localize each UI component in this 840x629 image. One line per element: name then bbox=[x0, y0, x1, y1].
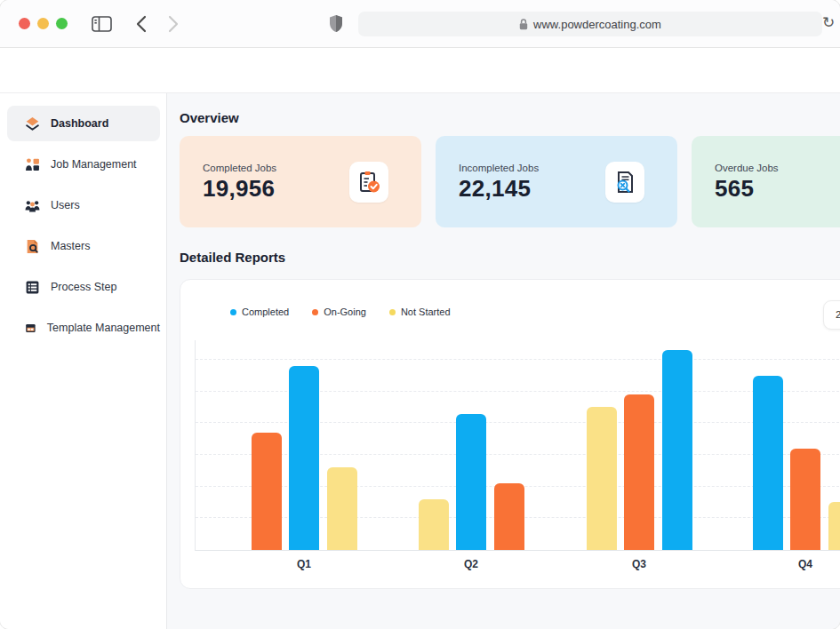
sidebar-item-label: Process Step bbox=[51, 281, 116, 293]
bar-on-going-q1 bbox=[252, 433, 282, 550]
template-window-icon bbox=[25, 321, 36, 336]
list-table-icon bbox=[25, 280, 40, 295]
browser-chrome: www.powdercoating.com ↻ bbox=[0, 0, 840, 48]
x-axis-label-q4: Q4 bbox=[779, 558, 832, 570]
bar-on-going-q4 bbox=[790, 449, 820, 550]
bar-completed-q4 bbox=[753, 376, 783, 550]
card-label: Incompleted Jobs bbox=[459, 163, 539, 173]
x-axis-label-q3: Q3 bbox=[612, 558, 666, 570]
detailed-reports-chart-card: CompletedOn-GoingNot Started 2 Q1Q2Q3Q4 bbox=[180, 279, 840, 589]
reload-icon[interactable]: ↻ bbox=[822, 13, 835, 32]
browser-window: www.powdercoating.com ↻ P Powder Coat Qu… bbox=[0, 0, 840, 629]
document-search-icon bbox=[25, 239, 40, 254]
card-overdue-jobs: Overdue Jobs 565 bbox=[692, 136, 840, 227]
card-completed-jobs: Completed Jobs 19,956 bbox=[180, 136, 421, 227]
bar-not-started-q4 bbox=[828, 502, 840, 550]
clipboard-check-icon bbox=[356, 170, 381, 195]
sidebar-item-dashboard[interactable]: Dashboard bbox=[7, 106, 160, 141]
sidebar: Dashboard Job Management Users bbox=[0, 93, 167, 629]
overview-title: Overview bbox=[180, 110, 239, 125]
bar-not-started-q3 bbox=[587, 407, 617, 550]
person-list-icon bbox=[25, 157, 40, 172]
back-icon[interactable] bbox=[136, 15, 147, 33]
legend-item-not-started[interactable]: Not Started bbox=[389, 307, 451, 317]
sidebar-item-masters[interactable]: Masters bbox=[7, 228, 160, 264]
card-label: Completed Jobs bbox=[203, 163, 276, 173]
legend-item-on-going[interactable]: On-Going bbox=[312, 307, 366, 317]
card-value: 565 bbox=[715, 175, 754, 203]
legend-dot bbox=[230, 309, 236, 315]
legend-label: Completed bbox=[242, 307, 289, 317]
legend-label: Not Started bbox=[401, 307, 451, 317]
card-icon-box bbox=[349, 162, 388, 203]
x-axis-label-q1: Q1 bbox=[277, 558, 331, 570]
shield-icon[interactable] bbox=[329, 14, 343, 33]
chart-legend: CompletedOn-GoingNot Started bbox=[230, 307, 451, 317]
bar-completed-q3 bbox=[662, 350, 692, 550]
bar-on-going-q2 bbox=[494, 483, 524, 550]
bar-not-started-q1 bbox=[327, 467, 357, 550]
traffic-light-zoom[interactable] bbox=[56, 18, 68, 29]
users-group-icon bbox=[25, 198, 40, 213]
card-incompleted-jobs: Incompleted Jobs 22,145 bbox=[436, 136, 677, 227]
lock-icon bbox=[519, 19, 528, 30]
card-label: Overdue Jobs bbox=[715, 163, 779, 173]
bar-on-going-q3 bbox=[624, 394, 654, 550]
url-bar[interactable]: www.powdercoating.com bbox=[358, 12, 822, 36]
sidebar-item-users[interactable]: Users bbox=[7, 187, 160, 223]
document-magnifier-icon bbox=[612, 170, 637, 195]
legend-dot bbox=[312, 309, 318, 315]
sidebar-item-label: Template Management bbox=[47, 322, 160, 334]
legend-label: On-Going bbox=[324, 307, 366, 317]
sidebar-item-label: Users bbox=[51, 199, 80, 211]
bar-chart-plot-area: Q1Q2Q3Q4 bbox=[195, 340, 840, 551]
sidebar-item-job-management[interactable]: Job Management bbox=[7, 147, 160, 182]
card-value: 19,956 bbox=[203, 175, 275, 203]
card-value: 22,145 bbox=[459, 175, 531, 203]
sidebar-item-label: Dashboard bbox=[51, 117, 108, 130]
legend-item-completed[interactable]: Completed bbox=[230, 307, 289, 317]
bar-completed-q2 bbox=[456, 414, 486, 551]
bar-not-started-q2 bbox=[419, 499, 449, 550]
detailed-reports-title: Detailed Reports bbox=[180, 250, 285, 265]
x-axis-label-q2: Q2 bbox=[444, 558, 498, 570]
sidebar-item-template-management[interactable]: Template Management bbox=[7, 310, 160, 346]
legend-dot bbox=[389, 309, 396, 315]
sidebar-item-label: Job Management bbox=[51, 158, 137, 171]
url-text: www.powdercoating.com bbox=[533, 18, 661, 31]
card-icon-box bbox=[605, 162, 644, 203]
traffic-light-minimize[interactable] bbox=[37, 18, 49, 29]
gridline bbox=[196, 359, 840, 360]
bar-completed-q1 bbox=[289, 366, 319, 550]
sidebar-item-process-step[interactable]: Process Step bbox=[7, 269, 160, 305]
layers-diamond-icon bbox=[25, 116, 40, 131]
year-dropdown[interactable]: 2 bbox=[823, 300, 840, 330]
sidebar-item-label: Masters bbox=[51, 240, 90, 252]
app-header: P Powder Coat Quote bbox=[0, 48, 840, 93]
traffic-light-close[interactable] bbox=[19, 18, 30, 29]
sidebar-toggle-icon[interactable] bbox=[92, 16, 112, 32]
forward-icon[interactable] bbox=[168, 15, 179, 33]
